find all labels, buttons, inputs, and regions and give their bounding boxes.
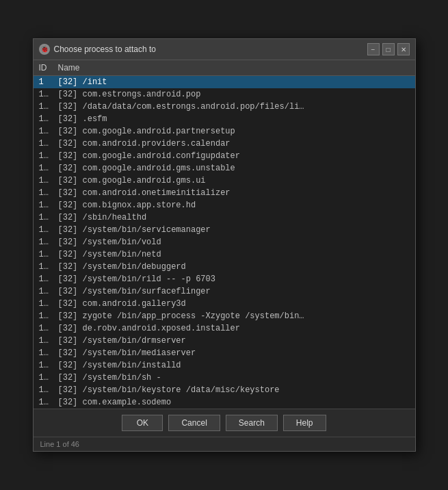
- table-row[interactable]: 157[32] /system/bin/servicemanager: [34, 224, 415, 236]
- cell-id: 167: [34, 347, 53, 359]
- process-list-container[interactable]: ID Name 1[32] /init1134[32] com.estrongs…: [34, 60, 415, 409]
- cell-name: [32] com.google.android.gms.unstable: [53, 162, 415, 175]
- cell-name: [32] com.android.providers.calendar: [53, 138, 415, 150]
- cell-id: 163: [34, 273, 53, 285]
- cancel-button[interactable]: Cancel: [168, 415, 220, 431]
- cell-id: 166: [34, 335, 53, 347]
- table-row[interactable]: 1524[32] com.android.onetimeinitializer: [34, 187, 415, 199]
- table-row[interactable]: 167[32] /system/bin/mediaserver: [34, 347, 415, 359]
- cell-name: [32] /system/bin/servicemanager: [53, 224, 415, 236]
- table-row[interactable]: 166[32] /system/bin/drmserver: [34, 335, 415, 347]
- cell-id: 1226: [34, 125, 53, 138]
- cell-id: 1172: [34, 101, 53, 113]
- title-bar: 🐞 Choose process to attach to − □ ✕: [34, 39, 415, 60]
- cell-name: [32] /init: [53, 76, 415, 89]
- table-row[interactable]: 1431[32] com.google.android.gms.unstable: [34, 162, 415, 175]
- column-id: ID: [34, 60, 53, 76]
- cell-id: 162: [34, 261, 53, 273]
- table-row[interactable]: 1[32] /init: [34, 76, 415, 89]
- maximize-button[interactable]: □: [382, 43, 395, 55]
- close-button[interactable]: ✕: [397, 43, 410, 55]
- search-button[interactable]: Search: [226, 415, 278, 431]
- table-row[interactable]: 165[32] zygote /bin/app_process -Xzygote…: [34, 310, 415, 322]
- cell-name: [32] de.robv.android.xposed.installer: [53, 322, 415, 335]
- cell-id: 1431: [34, 162, 53, 175]
- cell-id: 1202: [34, 113, 53, 125]
- table-header-row: ID Name: [34, 60, 415, 76]
- table-row[interactable]: 1479[32] com.google.android.gms.ui: [34, 175, 415, 187]
- dialog-title: Choose process to attach to: [54, 44, 363, 54]
- ok-button[interactable]: OK: [122, 415, 163, 431]
- table-row[interactable]: 1855[32] com.example.sodemo: [34, 396, 415, 409]
- dialog: 🐞 Choose process to attach to − □ ✕ ID N…: [33, 38, 416, 452]
- cell-id: 1240: [34, 138, 53, 150]
- table-body: 1[32] /init1134[32] com.estrongs.android…: [34, 76, 415, 409]
- cell-name: [32] com.google.android.configupdater: [53, 150, 415, 162]
- cell-name: [32] /system/bin/surfaceflinger: [53, 285, 415, 298]
- table-row[interactable]: 1655[32] de.robv.android.xposed.installe…: [34, 322, 415, 335]
- cell-name: [32] /system/bin/vold: [53, 236, 415, 248]
- cell-name: [32] com.google.android.gms.ui: [53, 175, 415, 187]
- cell-name: [32] /system/bin/mediaserver: [53, 347, 415, 359]
- table-row[interactable]: 156[32] /sbin/healthd: [34, 211, 415, 224]
- cell-name: [32] com.android.gallery3d: [53, 298, 415, 310]
- cell-id: 168: [34, 359, 53, 372]
- cell-id: 156: [34, 211, 53, 224]
- cell-name: [32] com.android.onetimeinitializer: [53, 187, 415, 199]
- cell-id: 158: [34, 236, 53, 248]
- cell-id: 1524: [34, 187, 53, 199]
- status-text: Line 1 of 46: [40, 440, 80, 448]
- minimize-button[interactable]: −: [367, 43, 380, 55]
- cell-id: 1855: [34, 396, 53, 409]
- cell-id: 1641: [34, 298, 53, 310]
- cell-name: [32] /system/bin/drmserver: [53, 335, 415, 347]
- table-row[interactable]: 1262[32] com.google.android.configupdate…: [34, 150, 415, 162]
- cell-id: 161: [34, 248, 53, 261]
- cell-name: [32] com.bignox.app.store.hd: [53, 199, 415, 211]
- table-row[interactable]: 163[32] /system/bin/rild -- -p 6703: [34, 273, 415, 285]
- cell-id: 1134: [34, 88, 53, 101]
- table-row[interactable]: 169[32] /system/bin/keystore /data/misc/…: [34, 384, 415, 396]
- table-row[interactable]: 161[32] /system/bin/netd: [34, 248, 415, 261]
- cell-name: [32] .esfm: [53, 113, 415, 125]
- cell-name: [32] /system/bin/debuggerd: [53, 261, 415, 273]
- column-name: Name: [53, 60, 415, 76]
- table-row[interactable]: 1240[32] com.android.providers.calendar: [34, 138, 415, 150]
- table-row[interactable]: 1202[32] .esfm: [34, 113, 415, 125]
- cell-name: [32] /system/bin/keystore /data/misc/key…: [53, 384, 415, 396]
- cell-name: [32] /data/data/com.estrongs.android.pop…: [53, 101, 415, 113]
- cell-id: 1539: [34, 199, 53, 211]
- cell-name: [32] com.google.android.partnersetup: [53, 125, 415, 138]
- help-button[interactable]: Help: [283, 415, 326, 431]
- cell-id: 165: [34, 310, 53, 322]
- cell-id: 1655: [34, 322, 53, 335]
- cell-id: 164: [34, 285, 53, 298]
- cell-id: 1479: [34, 175, 53, 187]
- cell-name: [32] /sbin/healthd: [53, 211, 415, 224]
- process-table: ID Name 1[32] /init1134[32] com.estrongs…: [34, 60, 415, 409]
- cell-name: [32] /system/bin/netd: [53, 248, 415, 261]
- table-row[interactable]: 1539[32] com.bignox.app.store.hd: [34, 199, 415, 211]
- cell-id: 157: [34, 224, 53, 236]
- table-row[interactable]: 168[32] /system/bin/installd: [34, 359, 415, 372]
- table-row[interactable]: 164[32] /system/bin/surfaceflinger: [34, 285, 415, 298]
- table-row[interactable]: 1172[32] /data/data/com.estrongs.android…: [34, 101, 415, 113]
- cell-name: [32] com.estrongs.android.pop: [53, 88, 415, 101]
- cell-id: 1: [34, 76, 53, 89]
- window-controls: − □ ✕: [367, 43, 410, 55]
- table-row[interactable]: 1226[32] com.google.android.partnersetup: [34, 125, 415, 138]
- cell-name: [32] com.example.sodemo: [53, 396, 415, 409]
- app-icon: 🐞: [39, 44, 50, 55]
- cell-name: [32] /system/bin/installd: [53, 359, 415, 372]
- table-row[interactable]: 1641[32] com.android.gallery3d: [34, 298, 415, 310]
- table-row[interactable]: 1685[32] /system/bin/sh -: [34, 372, 415, 384]
- cell-id: 169: [34, 384, 53, 396]
- table-row[interactable]: 162[32] /system/bin/debuggerd: [34, 261, 415, 273]
- cell-id: 1262: [34, 150, 53, 162]
- status-bar: Line 1 of 46: [34, 437, 415, 451]
- button-row: OK Cancel Search Help: [34, 409, 415, 437]
- table-row[interactable]: 1134[32] com.estrongs.android.pop: [34, 88, 415, 101]
- cell-name: [32] zygote /bin/app_process -Xzygote /s…: [53, 310, 415, 322]
- cell-name: [32] /system/bin/rild -- -p 6703: [53, 273, 415, 285]
- table-row[interactable]: 158[32] /system/bin/vold: [34, 236, 415, 248]
